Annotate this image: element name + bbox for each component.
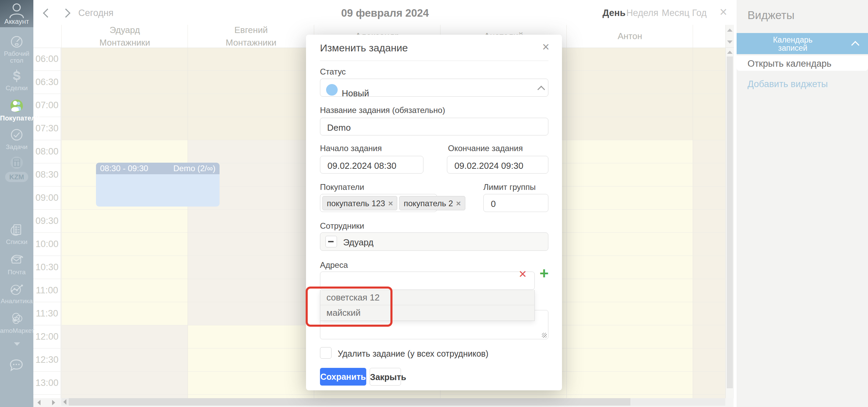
time-slot-cell[interactable] [693,94,726,117]
sidebar-item-account[interactable]: Аккаунт [0,0,33,27]
task-name-input[interactable] [320,118,548,135]
widget-calendar-header[interactable]: Календарь записей [737,33,868,54]
time-slot-cell[interactable] [693,233,726,256]
time-slot-cell[interactable] [693,302,726,325]
time-slot-cell[interactable] [693,372,726,395]
delete-task-checkbox[interactable] [320,347,332,359]
close-calendar-icon[interactable]: × [720,5,727,18]
horizontal-scroll-track[interactable] [61,398,725,406]
time-slot-cell[interactable] [693,71,726,94]
time-slot-cell[interactable] [693,117,726,140]
time-slot-cell[interactable] [188,48,314,71]
view-option-Год[interactable]: Год [692,8,707,18]
address-input[interactable] [320,272,535,290]
save-button[interactable]: Сохранить [320,368,366,386]
time-slot-cell[interactable] [567,233,693,256]
time-slot-cell[interactable] [188,71,314,94]
resize-handle[interactable] [542,333,547,338]
time-slot-cell[interactable] [693,210,726,233]
time-slot-cell[interactable] [693,256,726,279]
vertical-scroll-thumb[interactable] [727,56,733,388]
time-slot-cell[interactable] [62,210,188,233]
time-slot-cell[interactable] [567,256,693,279]
sidebar-item-analytics[interactable]: Аналитика [0,281,33,312]
time-slot-cell[interactable] [693,163,726,186]
add-widgets-link[interactable]: Добавить виджеты [748,79,828,89]
time-slot-cell[interactable] [567,117,693,140]
time-slot-cell[interactable] [62,94,188,117]
open-calendar-link[interactable]: Открыть календарь [748,59,832,69]
collapse-icon[interactable] [851,41,859,49]
remove-tag-icon[interactable]: × [456,199,461,208]
chat-bubble-icon[interactable] [9,357,24,373]
sidebar-item-deals[interactable]: SСделки [0,68,33,99]
time-slot-cell[interactable] [188,348,314,372]
time-slot-cell[interactable] [188,302,314,325]
sidebar-item-lists[interactable]: Списки [0,222,33,253]
time-slot-cell[interactable] [567,372,693,395]
time-slot-cell[interactable] [188,210,314,233]
time-slot-cell[interactable] [693,395,726,398]
time-slot-cell[interactable] [188,117,314,140]
time-slot-cell[interactable] [567,48,693,71]
time-slot-cell[interactable] [567,210,693,233]
time-slot-cell[interactable] [693,48,726,71]
time-slot-cell[interactable] [62,117,188,140]
time-slot-cell[interactable] [567,186,693,210]
scroll-left-icon[interactable] [63,399,66,405]
time-slot-cell[interactable] [188,279,314,302]
add-address-icon[interactable]: + [540,265,549,281]
time-slot-cell[interactable] [693,186,726,210]
time-slot-cell[interactable] [188,372,314,395]
view-option-Месяц[interactable]: Месяц [662,8,689,18]
time-slot-cell[interactable] [62,279,188,302]
time-slot-cell[interactable] [567,302,693,325]
time-slot-cell[interactable] [62,140,188,163]
view-option-Неделя[interactable]: Неделя [626,8,658,18]
clear-address-icon[interactable]: ✕ [518,268,527,280]
time-slot-cell[interactable] [567,71,693,94]
horizontal-scroll-thumb[interactable] [69,398,630,406]
horizontal-scrollbar[interactable] [33,398,734,407]
remove-tag-icon[interactable]: × [388,199,393,208]
address-option[interactable]: майский [320,305,534,321]
sidebar-item-mail[interactable]: Почта [0,253,33,283]
time-slot-cell[interactable] [62,233,188,256]
time-slot-cell[interactable] [567,325,693,348]
time-slot-cell[interactable] [62,372,188,395]
time-slot-cell[interactable] [188,140,314,163]
open-calendar-row[interactable]: Открыть календарь [737,55,868,71]
scroll-up-icon[interactable] [727,51,733,54]
time-slot-cell[interactable] [188,233,314,256]
time-slot-cell[interactable] [62,348,188,372]
page-right-icon[interactable] [52,400,55,405]
vertical-scrollbar[interactable] [725,25,734,398]
address-option[interactable]: советская 12 [320,290,534,305]
staff-checkbox-indeterminate[interactable] [325,236,337,247]
time-slot-cell[interactable] [62,325,188,348]
sidebar-item-kzm[interactable]: KZM [0,155,33,186]
time-slot-cell[interactable] [693,279,726,302]
time-slot-cell[interactable] [62,48,188,71]
chevron-down-icon[interactable] [14,342,20,346]
time-slot-cell[interactable] [567,279,693,302]
sidebar-item-dashboard[interactable]: Рабочийстол [0,34,33,65]
scroll-up-icon[interactable] [727,29,733,32]
time-slot-cell[interactable] [693,140,726,163]
time-slot-cell[interactable] [188,94,314,117]
time-slot-cell[interactable] [567,395,693,398]
time-slot-cell[interactable] [188,395,314,398]
time-slot-cell[interactable] [693,348,726,372]
time-slot-cell[interactable] [62,71,188,94]
time-slot-cell[interactable] [440,395,567,398]
sidebar-item-market[interactable]: amoМаркет [0,311,33,342]
sidebar-item-customers[interactable]: Покупатели [0,98,33,129]
time-slot-cell[interactable] [314,395,440,398]
time-slot-cell[interactable] [62,302,188,325]
calendar-event[interactable]: 08:30 - 09:30 Demo (2/∞) [96,163,220,207]
scroll-down-icon[interactable] [727,40,733,44]
modal-close-icon[interactable]: × [542,41,549,53]
time-slot-cell[interactable] [188,325,314,348]
time-slot-cell[interactable] [567,94,693,117]
time-slot-cell[interactable] [188,256,314,279]
